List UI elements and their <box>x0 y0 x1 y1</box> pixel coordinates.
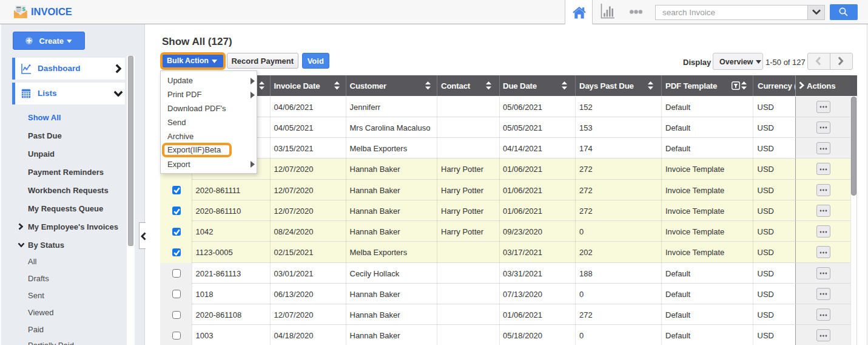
svg-text:$: $ <box>22 5 25 12</box>
